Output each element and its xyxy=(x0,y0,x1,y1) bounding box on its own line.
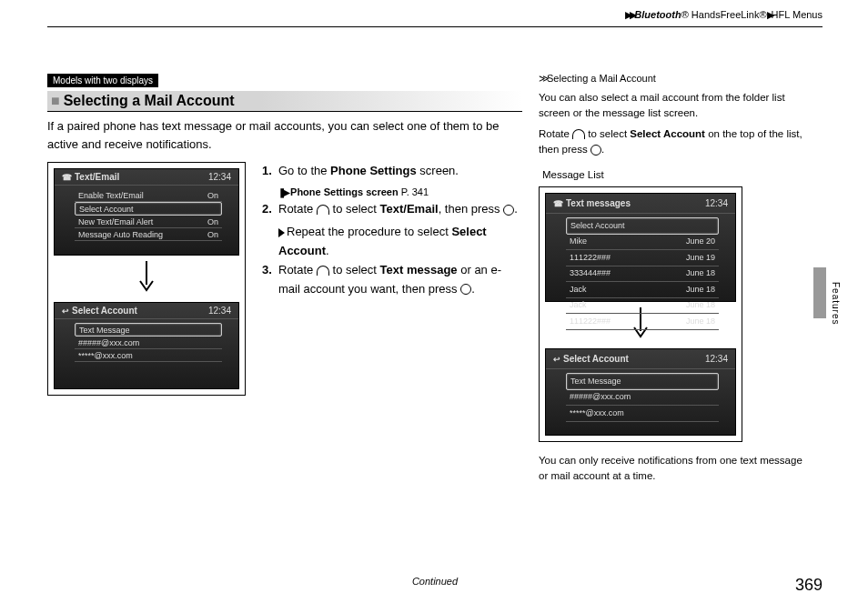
rotary-dial-icon xyxy=(572,129,585,139)
screen-list-row: Enable Text/EmailOn xyxy=(75,189,222,202)
screen-list-row: Select Account xyxy=(566,217,719,235)
screen-list-row: #####@xxx.com xyxy=(75,337,222,349)
thumb-tab xyxy=(813,267,826,318)
screen-list-row: MikeJune 20 xyxy=(566,235,719,251)
thumb-tab-label: Features xyxy=(831,282,841,325)
screen-list-row: JackJune 18 xyxy=(566,298,719,315)
page-number: 369 xyxy=(768,576,823,595)
down-arrow-icon xyxy=(54,261,239,296)
push-icon xyxy=(460,284,471,295)
rotary-dial-icon xyxy=(317,266,329,276)
section-heading: ■Selecting a Mail Account xyxy=(47,91,522,112)
screen-list-row: Text Message xyxy=(75,323,222,337)
screen-list-row: Text Message xyxy=(566,373,719,390)
screenshot-message-list: Text messages12:34 Select AccountMikeJun… xyxy=(539,186,742,442)
model-tag: Models with two displays xyxy=(47,74,158,87)
screen-list-row: JackJune 18 xyxy=(566,282,719,298)
screen-list-row: *****@xxx.com xyxy=(566,406,719,422)
push-icon xyxy=(590,145,601,156)
screen-list-row: #####@xxx.com xyxy=(566,390,719,407)
screen-list-row: 333444###June 18 xyxy=(566,266,719,283)
cross-reference[interactable]: ❚▶ Phone Settings screen P. 341 xyxy=(278,185,522,201)
screen-list-row: Message Auto ReadingOn xyxy=(75,228,222,241)
screen-list-row: 111222###June 19 xyxy=(566,250,719,266)
screen-list-row: *****@xxx.com xyxy=(75,349,222,362)
screen-list-row: Select Account xyxy=(75,202,222,216)
rotary-dial-icon xyxy=(317,205,329,215)
play-triangle-icon xyxy=(278,228,285,237)
side-column: ≫Selecting a Mail Account You can also s… xyxy=(539,71,812,489)
steps: 1.Go to the Phone Settings screen. ❚▶ Ph… xyxy=(262,162,522,396)
continued-label: Continued xyxy=(102,576,768,595)
breadcrumb: ▶▶Bluetooth® HandsFreeLink®▶HFL Menus xyxy=(47,9,823,25)
screen-list-row: 111222###June 18 xyxy=(566,314,719,330)
message-list-label: Message List xyxy=(542,167,812,183)
push-icon xyxy=(503,205,514,216)
intro-text: If a paired phone has text message or ma… xyxy=(47,117,522,153)
screen-list-row: New Text/Email AlertOn xyxy=(75,216,222,228)
screenshot-text-email: Text/Email12:34 Enable Text/EmailOnSelec… xyxy=(47,162,246,396)
